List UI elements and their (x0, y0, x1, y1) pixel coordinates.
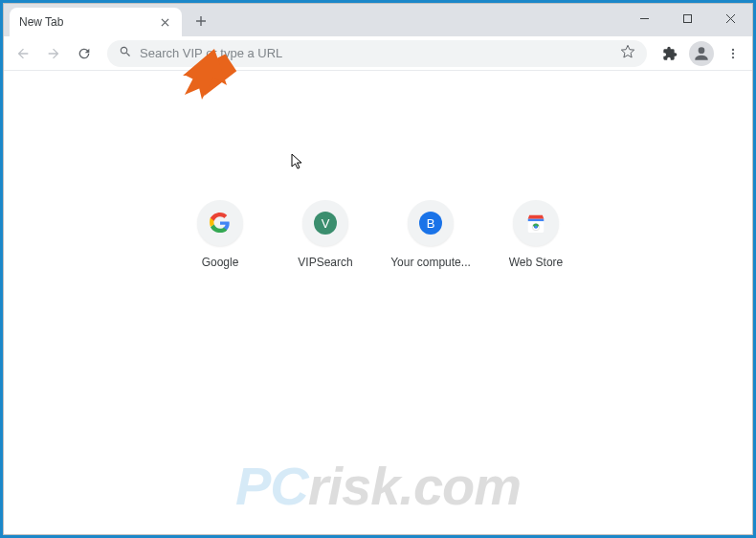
new-tab-page: Google V VIPSearch B Your compute... (4, 71, 752, 534)
profile-avatar[interactable] (689, 41, 714, 66)
shortcut-google[interactable]: Google (177, 200, 263, 269)
extensions-icon[interactable] (656, 40, 683, 67)
reload-button[interactable] (71, 40, 98, 67)
shortcut-label: Web Store (509, 256, 563, 269)
shortcut-vipsearch[interactable]: V VIPSearch (282, 200, 368, 269)
google-logo-icon (210, 213, 231, 234)
svg-point-1 (732, 48, 734, 50)
shortcut-icon (513, 200, 559, 246)
cursor-icon (291, 153, 304, 170)
svg-point-5 (534, 226, 537, 229)
webstore-icon (525, 213, 546, 234)
browser-window: New Tab (3, 3, 753, 535)
svg-point-2 (732, 52, 734, 54)
search-icon (119, 45, 132, 62)
new-tab-button[interactable] (188, 8, 214, 34)
watermark-rest: risk.com (308, 456, 521, 516)
shortcut-your-computer[interactable]: B Your compute... (388, 200, 474, 269)
shortcut-label: VIPSearch (298, 256, 352, 269)
back-button[interactable] (10, 40, 36, 67)
maximize-button[interactable] (666, 4, 709, 33)
letter-badge-icon: B (419, 212, 442, 235)
shortcut-icon (197, 200, 243, 246)
shortcut-label: Your compute... (390, 256, 471, 269)
bookmark-star-icon[interactable] (620, 44, 635, 63)
toolbar (4, 36, 752, 71)
svg-point-3 (732, 56, 734, 57)
close-tab-icon[interactable] (157, 14, 172, 30)
tab-strip: New Tab (4, 4, 752, 36)
close-window-button[interactable] (709, 4, 752, 33)
shortcut-web-store[interactable]: Web Store (493, 200, 579, 269)
watermark-pc: PC (235, 456, 308, 516)
tab-active[interactable]: New Tab (10, 8, 182, 36)
shortcut-label: Google (202, 256, 239, 269)
svg-rect-0 (684, 14, 692, 22)
shortcut-icon: V (302, 200, 348, 246)
forward-button[interactable] (40, 40, 67, 67)
shortcut-icon: B (408, 200, 454, 246)
address-input[interactable] (140, 46, 612, 60)
watermark: PCrisk.com (235, 455, 521, 517)
minimize-button[interactable] (623, 4, 666, 33)
tab-title: New Tab (19, 15, 63, 29)
shortcut-grid: Google V VIPSearch B Your compute... (177, 200, 579, 269)
menu-button[interactable] (720, 40, 746, 67)
letter-badge-icon: V (314, 212, 337, 235)
omnibox[interactable] (107, 40, 647, 67)
window-controls (623, 4, 752, 33)
